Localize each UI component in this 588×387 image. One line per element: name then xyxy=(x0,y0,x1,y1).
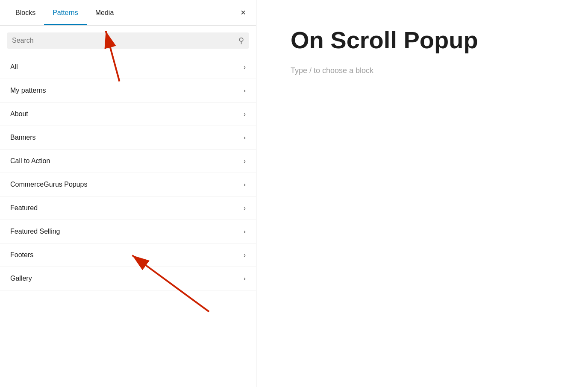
search-container: ⚲ xyxy=(0,26,256,56)
search-icon: ⚲ xyxy=(238,36,244,45)
chevron-icon-gallery: › xyxy=(244,275,246,282)
list-item-label-call-to-action: Call to Action xyxy=(10,157,50,165)
page-title: On Scroll Popup xyxy=(291,26,554,54)
page-hint: Type / to choose a block xyxy=(291,66,554,75)
chevron-icon-banners: › xyxy=(244,134,246,141)
close-button[interactable]: × xyxy=(237,6,249,19)
list-item-label-about: About xyxy=(10,110,28,118)
chevron-icon-commercegurus-popups: › xyxy=(244,181,246,188)
list-item-call-to-action[interactable]: Call to Action› xyxy=(0,150,256,173)
chevron-icon-call-to-action: › xyxy=(244,158,246,164)
list-item-label-commercegurus-popups: CommerceGurus Popups xyxy=(10,181,88,188)
list-item-commercegurus-popups[interactable]: CommerceGurus Popups› xyxy=(0,173,256,196)
left-panel: Blocks Patterns Media × ⚲ All›My pattern… xyxy=(0,0,256,387)
list-item-featured[interactable]: Featured› xyxy=(0,196,256,220)
search-input[interactable] xyxy=(12,37,235,44)
list-item-label-featured: Featured xyxy=(10,204,38,212)
list-item-label-gallery: Gallery xyxy=(10,275,32,282)
list-item-label-banners: Banners xyxy=(10,134,36,141)
list-item-banners[interactable]: Banners› xyxy=(0,126,256,150)
list-item-my-patterns[interactable]: My patterns› xyxy=(0,79,256,103)
chevron-icon-all: › xyxy=(244,64,246,70)
tabs-bar: Blocks Patterns Media × xyxy=(0,0,256,26)
chevron-icon-about: › xyxy=(244,111,246,117)
list-item-gallery[interactable]: Gallery› xyxy=(0,267,256,290)
list-item-featured-selling[interactable]: Featured Selling› xyxy=(0,220,256,243)
list-item-label-footers: Footers xyxy=(10,251,33,259)
list-item-label-featured-selling: Featured Selling xyxy=(10,228,60,235)
list-item-label-my-patterns: My patterns xyxy=(10,87,46,94)
tab-media[interactable]: Media xyxy=(87,0,123,25)
list-item-footers[interactable]: Footers› xyxy=(0,243,256,267)
list-item-all[interactable]: All› xyxy=(0,56,256,79)
chevron-icon-featured: › xyxy=(244,205,246,211)
patterns-list[interactable]: All›My patterns›About›Banners›Call to Ac… xyxy=(0,56,256,387)
tab-blocks[interactable]: Blocks xyxy=(7,0,44,25)
list-item-about[interactable]: About› xyxy=(0,103,256,126)
right-panel: On Scroll Popup Type / to choose a block xyxy=(256,0,588,387)
chevron-icon-my-patterns: › xyxy=(244,87,246,94)
list-item-label-all: All xyxy=(10,63,18,71)
chevron-icon-featured-selling: › xyxy=(244,228,246,235)
tab-patterns[interactable]: Patterns xyxy=(44,0,87,25)
search-box: ⚲ xyxy=(7,32,249,49)
chevron-icon-footers: › xyxy=(244,252,246,258)
